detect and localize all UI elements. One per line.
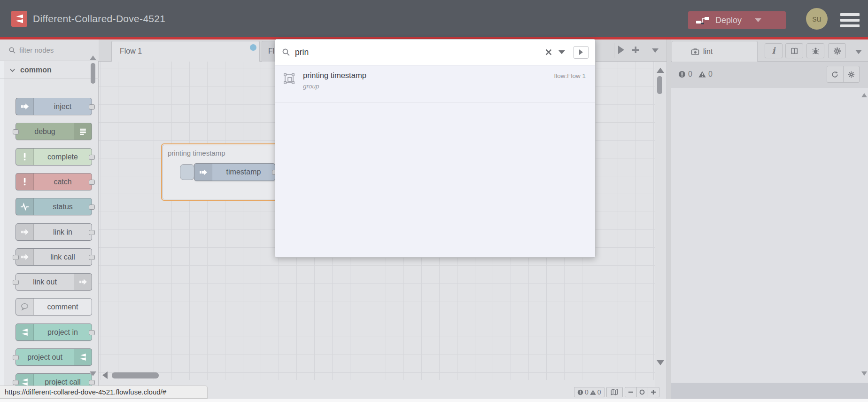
inject-icon: [194, 164, 212, 181]
canvas-scroll-down[interactable]: [657, 360, 664, 365]
palette-nodes: injectdebugcompletecatchstatuslink inlin…: [0, 39, 99, 399]
palette-node-comment[interactable]: comment: [16, 298, 92, 315]
sidebar-tab-lint[interactable]: lint: [672, 41, 758, 62]
search-result-row[interactable]: printing timestampflow:Flow 1group: [275, 65, 595, 103]
tab-flow-2-label: Fl: [268, 47, 274, 55]
lint-settings-button[interactable]: [843, 66, 859, 82]
zoom-out-button[interactable]: [625, 387, 636, 397]
debug-list-icon: [74, 123, 92, 140]
node-input-port: [13, 280, 19, 285]
node-input-port: [13, 380, 19, 385]
refresh-icon: [831, 71, 838, 78]
palette-node-inject[interactable]: inject: [16, 98, 92, 115]
warning-icon: [590, 389, 596, 395]
palette-node-label: link in: [34, 224, 92, 240]
sidebar-tabbar: lint i: [671, 39, 868, 62]
deploy-button[interactable]: Deploy: [688, 11, 786, 29]
flowfuse-icon: [16, 324, 34, 340]
palette-node-link-out[interactable]: link out: [16, 273, 92, 291]
deploy-label: Deploy: [715, 16, 742, 25]
workspace-issue-counts[interactable]: 0 0: [574, 387, 604, 397]
palette-node-label: debug: [16, 123, 74, 140]
sidebar-tab-help-button[interactable]: [785, 43, 803, 58]
node-output-port: [89, 155, 95, 160]
comment-bubble-icon: [16, 299, 34, 315]
tabbar-separator: [614, 43, 614, 58]
pulse-icon: [16, 198, 34, 215]
add-flow-button[interactable]: [631, 46, 640, 54]
sidebar-scroll-down[interactable]: [861, 371, 867, 376]
sidebar-footer: [671, 383, 868, 399]
palette-node-link-in[interactable]: link in: [16, 223, 92, 241]
tab-flow-1[interactable]: Flow 1: [111, 41, 260, 62]
map-icon: [611, 388, 618, 396]
arrow-right-icon: [579, 49, 583, 55]
link-arrow-icon: [16, 224, 34, 240]
canvas-scroll-left[interactable]: [102, 371, 108, 379]
right-sidebar: lint i 0 0: [671, 39, 868, 399]
workspace-footer: 0 0: [574, 387, 659, 397]
book-icon: [790, 47, 798, 55]
lint-refresh-button[interactable]: [827, 66, 843, 82]
sidebar-scroll-up[interactable]: [861, 93, 867, 97]
zoom-in-button[interactable]: [648, 387, 659, 397]
search-result-flow: flow:Flow 1: [554, 72, 586, 79]
palette-node-debug[interactable]: debug: [16, 123, 92, 140]
palette-node-label: link out: [16, 274, 74, 290]
palette-node-label: project in: [34, 324, 92, 340]
group-box-icon: [283, 72, 295, 85]
palette-scroll-up[interactable]: [90, 55, 96, 60]
lint-icon: [682, 47, 699, 56]
palette-node-complete[interactable]: complete: [16, 148, 92, 166]
zoom-controls: [625, 387, 659, 397]
lint-toolbar: 0 0: [671, 62, 868, 87]
group-label: printing timestamp: [168, 149, 225, 157]
sidebar-tab-debug-button[interactable]: [806, 43, 824, 58]
lint-warning-count: 0: [708, 70, 713, 79]
zoom-reset-button[interactable]: [636, 387, 648, 397]
palette-node-label: catch: [34, 173, 92, 190]
palette-node-label: complete: [34, 149, 92, 165]
tab-scroll-right-icon[interactable]: [618, 46, 624, 54]
clear-search-icon[interactable]: [545, 49, 552, 55]
palette-node-link-call[interactable]: link call: [16, 248, 92, 266]
search-options-caret-icon[interactable]: [558, 50, 565, 54]
sidebar-tab-config-button[interactable]: [828, 43, 846, 58]
search-expand-button[interactable]: [574, 46, 589, 59]
user-avatar[interactable]: su: [806, 8, 828, 30]
main-menu-icon[interactable]: [840, 13, 860, 27]
inject-node[interactable]: timestamp: [194, 163, 275, 181]
search-results-list: printing timestampflow:Flow 1group: [275, 65, 595, 258]
inject-arrow-icon: [16, 98, 34, 115]
exclamation-icon: [16, 149, 34, 165]
deploy-caret-icon[interactable]: [755, 18, 761, 22]
palette-node-project-in[interactable]: project in: [16, 323, 92, 341]
palette-node-project-out[interactable]: project out: [16, 348, 92, 366]
tab-list-caret-icon[interactable]: [652, 48, 659, 53]
lint-issue-counts: 0 0: [678, 70, 716, 79]
sidebar-tab-list-caret-icon[interactable]: [855, 50, 862, 54]
navigator-button[interactable]: [606, 387, 623, 397]
palette-node-catch[interactable]: catch: [16, 173, 92, 190]
palette-scroll-down[interactable]: [90, 371, 96, 376]
bug-icon: [812, 47, 820, 55]
sidebar-resize-handle[interactable]: [666, 39, 671, 399]
node-palette: filter nodes common injectdebugcompletec…: [0, 39, 99, 399]
flowfuse-icon: [74, 349, 92, 365]
palette-scrollbar-thumb[interactable]: [91, 63, 95, 84]
inject-trigger-button[interactable]: [180, 164, 194, 180]
node-red-editor: Different-Collared-Dove-4521 Deploy su f…: [0, 0, 868, 402]
palette-node-status[interactable]: status: [16, 198, 92, 215]
node-group[interactable]: printing timestamp timestamp: [161, 143, 282, 201]
flowfuse-logo-icon[interactable]: [11, 11, 27, 27]
sidebar-tab-info-button[interactable]: i: [765, 43, 783, 58]
node-output-port: [89, 104, 95, 110]
instance-title: Different-Collared-Dove-4521: [33, 0, 165, 37]
canvas-scroll-up[interactable]: [657, 68, 664, 73]
canvas-vscrollbar-thumb[interactable]: [657, 76, 662, 94]
search-input[interactable]: prin: [275, 39, 595, 65]
search-query-text: prin: [295, 47, 545, 57]
canvas-hscrollbar-thumb[interactable]: [112, 372, 159, 378]
error-icon: [577, 389, 583, 395]
palette-node-label: project out: [16, 349, 74, 365]
